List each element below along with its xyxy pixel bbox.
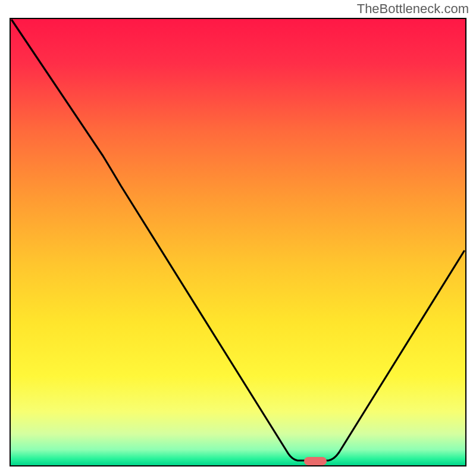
chart-container: TheBottleneck.com (0, 0, 476, 476)
curve-overlay (11, 19, 465, 465)
plot-frame (10, 18, 466, 466)
bottleneck-curve (12, 20, 464, 461)
watermark-text: TheBottleneck.com (357, 1, 469, 17)
valley-marker (304, 457, 327, 465)
